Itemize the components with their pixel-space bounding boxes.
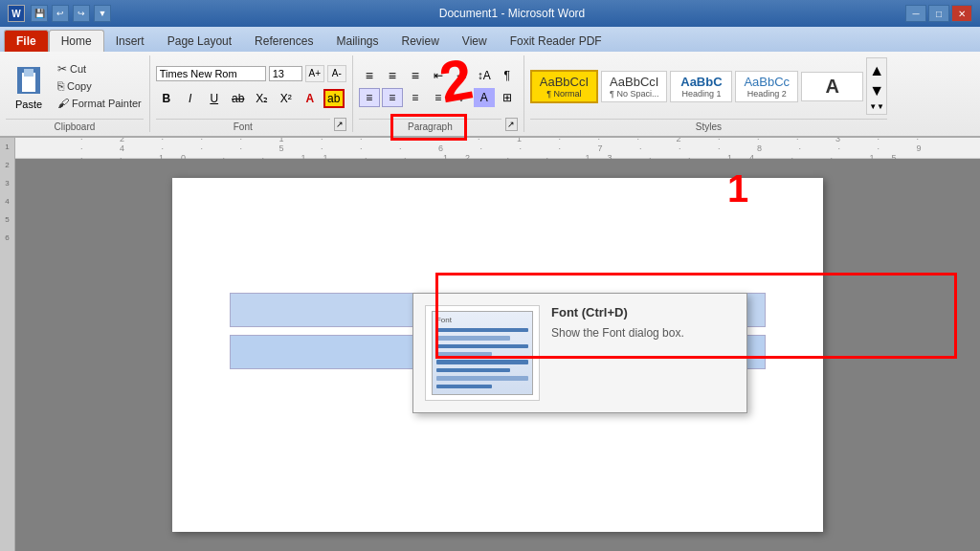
app-layout: W 💾 ↩ ↪ ▼ Document1 - Microsoft Word ─ □… (0, 0, 980, 551)
paintbrush-icon: 🖌 (57, 97, 69, 110)
style-no-spacing-button[interactable]: AaBbCcI ¶ No Spaci... (601, 71, 667, 102)
increase-indent-button[interactable]: ⇥ (451, 66, 472, 85)
style-heading2-label: Heading 2 (747, 89, 787, 99)
ribbon-tabs: File Home Insert Page Layout References … (0, 27, 980, 52)
format-painter-button[interactable]: 🖌 Format Painter (56, 96, 144, 111)
show-formatting-button[interactable]: ¶ (497, 66, 518, 85)
clipboard-section: Paste ✂ Cut ⎘ Copy 🖌 Format (0, 55, 150, 132)
paragraph-dialog-launcher[interactable]: ↗ (505, 118, 518, 131)
style-no-spacing-preview: AaBbCcI (610, 75, 658, 89)
paste-button[interactable]: Paste (6, 58, 52, 114)
increase-font-button[interactable]: A+ (305, 65, 324, 82)
customize-icon[interactable]: ▼ (94, 5, 111, 22)
copy-button[interactable]: ⎘ Copy (56, 78, 144, 94)
style-heading7-preview: A (825, 76, 838, 98)
redo-icon[interactable]: ↪ (73, 5, 90, 22)
title-text: Document1 - Microsoft Word (119, 7, 905, 20)
italic-button[interactable]: I (180, 89, 201, 108)
style-no-spacing-label: ¶ No Spaci... (610, 89, 658, 99)
styles-more-button[interactable]: ▲ ▼ ▼▼ (866, 57, 887, 115)
style-heading1-preview: AaBbC (680, 75, 722, 89)
style-heading7-button[interactable]: A (801, 72, 863, 101)
tab-view[interactable]: View (451, 31, 499, 52)
tooltip-preview: Font (425, 305, 540, 401)
decrease-indent-button[interactable]: ⇤ (428, 66, 449, 85)
copy-icon: ⎘ (57, 79, 64, 93)
paste-label: Paste (15, 99, 42, 110)
highlight-button[interactable]: ab (323, 89, 345, 108)
font-label: Font (156, 119, 330, 132)
font-size-input[interactable] (269, 66, 302, 81)
styles-label: Styles (530, 119, 887, 132)
cut-button[interactable]: ✂ Cut (56, 61, 144, 77)
superscript-button[interactable]: X² (276, 89, 297, 108)
bold-button[interactable]: B (156, 89, 177, 108)
font-section: A+ A- B I U ab X₂ X² A ab Font (150, 55, 353, 132)
subscript-button[interactable]: X₂ (252, 89, 273, 108)
minimize-button[interactable]: ─ (905, 5, 926, 22)
align-left-button[interactable]: ≡ (359, 88, 380, 107)
maximize-button[interactable]: □ (928, 5, 949, 22)
style-heading2-button[interactable]: AaBbCc Heading 2 (735, 71, 798, 102)
tab-insert[interactable]: Insert (104, 31, 156, 52)
align-center-button[interactable]: ≡ (382, 88, 403, 107)
styles-section: AaBbCcI ¶ Normal AaBbCcI ¶ No Spaci... A… (524, 55, 893, 132)
title-bar: W 💾 ↩ ↪ ▼ Document1 - Microsoft Word ─ □… (0, 0, 980, 27)
style-heading2-preview: AaBbCc (744, 75, 790, 89)
tooltip-desc: Show the Font dialog box. (551, 325, 735, 342)
line-spacing-button[interactable]: ↕ (451, 88, 472, 107)
tab-review[interactable]: Review (390, 31, 450, 52)
document-area: CÁC CHỮ TRONG WORD THẾ GIỚI DI ĐỘNG Font (15, 159, 980, 551)
tab-file[interactable]: File (4, 30, 49, 52)
left-ruler: 1 2 3 4 5 6 (0, 138, 15, 551)
style-heading1-label: Heading 1 (681, 89, 721, 99)
bullets-button[interactable]: ≡ (359, 66, 380, 85)
quick-save-icon[interactable]: 💾 (31, 5, 48, 22)
style-normal-label: ¶ Normal (546, 89, 581, 99)
multilevel-list-button[interactable]: ≡ (405, 66, 426, 85)
borders-button[interactable]: ⊞ (497, 88, 518, 107)
font-name-input[interactable] (156, 66, 266, 81)
style-normal-preview: AaBbCcI (540, 75, 589, 89)
tab-references[interactable]: References (243, 31, 324, 52)
word-icon: W (8, 5, 25, 22)
tooltip-text-area: Font (Ctrl+D) Show the Font dialog box. (551, 305, 735, 401)
clipboard-small-buttons: ✂ Cut ⎘ Copy 🖌 Format Painter (56, 61, 144, 111)
content-area: · 2 · · · 1 · · · · · 1 · · · 2 · · · 3 … (15, 138, 980, 551)
style-heading1-button[interactable]: AaBbC Heading 1 (670, 71, 732, 102)
tooltip-title: Font (Ctrl+D) (551, 305, 735, 320)
justify-button[interactable]: ≡ (428, 88, 449, 107)
undo-icon[interactable]: ↩ (52, 5, 69, 22)
text-color-button[interactable]: A (300, 89, 321, 108)
close-button[interactable]: ✕ (951, 5, 972, 22)
font-tooltip: Font Font (Ctrl+D) Sh (412, 293, 747, 413)
shading-button[interactable]: A (474, 88, 495, 107)
paragraph-label: Paragraph (359, 119, 501, 132)
style-normal-button[interactable]: AaBbCcI ¶ Normal (530, 70, 598, 103)
main-area: 1 2 3 4 5 6 · 2 · · · 1 · · · · · 1 · · … (0, 138, 980, 551)
clipboard-label: Clipboard (6, 119, 144, 132)
tab-page-layout[interactable]: Page Layout (156, 31, 243, 52)
paragraph-section: ≡ ≡ ≡ ⇤ ⇥ ↕A ¶ ≡ ≡ ≡ ≡ ↕ A (353, 55, 524, 132)
tab-mailings[interactable]: Mailings (324, 31, 390, 52)
decrease-font-button[interactable]: A- (327, 65, 346, 82)
font-dialog-launcher[interactable]: ↗ (334, 118, 346, 131)
top-ruler: · 2 · · · 1 · · · · · 1 · · · 2 · · · 3 … (15, 138, 980, 159)
tooltip-preview-inner: Font (432, 311, 533, 395)
align-right-button[interactable]: ≡ (405, 88, 426, 107)
ribbon: Paste ✂ Cut ⎘ Copy 🖌 Format (0, 52, 980, 138)
scissors-icon: ✂ (57, 62, 67, 76)
numbered-list-button[interactable]: ≡ (382, 66, 403, 85)
tab-home[interactable]: Home (49, 30, 104, 52)
underline-button[interactable]: U (204, 89, 225, 108)
tab-foxit[interactable]: Foxit Reader PDF (499, 31, 613, 52)
sort-button[interactable]: ↕A (474, 66, 495, 85)
strikethrough-button[interactable]: ab (228, 89, 249, 108)
